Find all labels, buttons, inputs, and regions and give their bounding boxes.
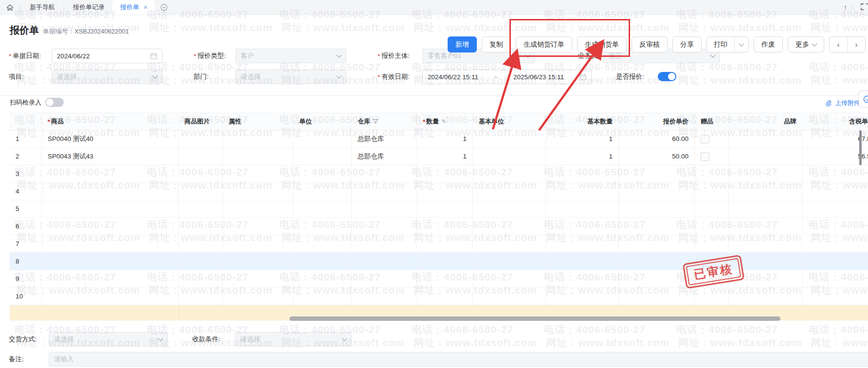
reverse-approve-button[interactable]: 反审核 [632,36,668,53]
doc-date-input[interactable]: 2024/06/22 [52,49,163,63]
watermark-text: 网址：www.tdxsoft.com [546,336,669,350]
table-row[interactable]: 10 [10,288,868,305]
table-cell [223,253,293,270]
calendar-icon [579,73,586,80]
table-cell: 4 [10,183,42,200]
table-cell [473,165,546,182]
tab-quote-active[interactable]: 报价单 × [112,0,155,15]
table-cell [223,183,293,200]
department-placeholder: 请选择 [241,72,261,81]
table-cell [42,253,179,270]
gift-checkbox[interactable] [701,135,709,143]
table-cell [473,288,546,305]
payment-terms-select[interactable]: 请选择 [235,332,352,347]
table-cell [803,235,868,252]
table-row[interactable]: 2SP0043 测试43总部仓库1150.0056.50 [10,148,868,165]
department-select[interactable]: 请选择 [235,70,346,84]
table-cell [695,148,729,165]
valid-date-start: 2024/06/22 15:11 [428,73,478,81]
table-cell: 1 [417,148,473,165]
filter-icon[interactable] [373,119,378,124]
table-cell: 总部仓库 [352,148,417,165]
table-cell [417,183,473,200]
is-quote-toggle[interactable] [658,72,676,81]
field-label: 收款条件: [192,335,220,344]
copy-button[interactable]: 复制 [482,36,511,53]
table-cell [293,218,352,235]
table-cell [473,253,546,270]
table-cell [729,288,803,305]
table-row[interactable]: 3 [10,165,868,183]
scan-input-label: 扫码枪录入 [10,98,41,107]
add-button[interactable]: 新增 [448,36,477,53]
close-tab-icon[interactable]: × [144,4,147,11]
table-cell [546,270,619,287]
delivery-method-select[interactable]: 请选择 [49,332,168,347]
field-group-valid-date: *有效日期: 2024/06/22 15:11 ~ 2025/06/23 15:… [378,70,592,84]
generate-sales-slip-button[interactable]: 生成销货单 [577,36,627,53]
share-button[interactable]: 分享 [672,36,702,53]
table-cell [546,165,619,182]
table-cell: 5 [10,200,42,217]
table-cell: 10 [10,288,42,305]
more-label: 更多 [796,40,809,49]
project-select[interactable]: 请选择 [52,70,163,84]
doc-date-value: 2024/06/22 [57,53,90,60]
prev-record-button[interactable]: ‹ [830,37,848,52]
table-cell [223,148,293,165]
items-table: *商品商品图片属性单位仓库*数量✎基本单位基本数量报价单价赠品品牌含税单价 1S… [10,113,868,320]
scan-input-toggle[interactable] [45,98,64,107]
table-row[interactable]: 6 [10,218,868,235]
table-cell [42,218,179,235]
table-cell [546,288,619,305]
void-button[interactable]: 作废 [754,36,783,53]
table-cell [729,165,803,182]
valid-date-range-input[interactable]: 2024/06/22 15:11 ~ 2025/06/23 15:11 [422,70,592,84]
chevron-down-icon [158,335,163,341]
tab-novice-guide[interactable]: 新手导航 [22,0,63,15]
history-dropdown-icon[interactable] [160,3,168,11]
field-label: 备注: [9,355,24,364]
chevron-down-icon [152,73,158,78]
print-dropdown-button[interactable] [734,37,748,52]
table-cell [352,183,417,200]
column-label: 单位 [299,117,312,126]
generate-sales-order-button[interactable]: 生成销货订单 [516,36,572,53]
table-cell [293,200,352,217]
tab-bar: 新手导航 报价单记录 报价单 × ↑ [0,0,868,15]
upload-attachment-link[interactable]: 上传附件 [825,99,860,107]
table-row[interactable]: 5 [10,200,868,218]
tab-quote-records[interactable]: 报价单记录 [65,0,112,15]
table-cell [179,253,223,270]
more-button[interactable]: 更多 [788,36,824,53]
home-icon[interactable] [0,4,19,11]
floating-helper-button[interactable] [858,90,868,108]
divider [852,4,852,11]
watermark-text: 网址：www.tdxsoft.com [811,73,868,87]
table-cell [473,218,546,235]
table-cell [293,288,352,305]
table-row[interactable]: 4 [10,183,868,200]
remark-input[interactable]: 请输入 [49,352,868,367]
table-cell [179,288,223,305]
gift-checkbox[interactable] [701,152,709,161]
vertical-scrollbar[interactable] [859,130,862,165]
print-button[interactable]: 打印 [707,37,734,52]
quote-type-select[interactable]: 客户 [235,49,346,63]
table-cell [293,235,352,252]
field-label: 单据日期: [13,52,41,60]
table-row[interactable]: 1SP0040 测试40总部仓库1160.0067.80 [10,130,868,148]
table-row[interactable]: 7 [10,235,868,253]
next-record-button[interactable]: › [848,37,865,52]
watermark-text: 电话：4006-6500-27 [809,323,868,336]
horizontal-scrollbar[interactable] [289,316,780,321]
field-group-payment: 收款条件: 请选择 [192,332,352,347]
table-cell [223,270,293,287]
table-cell [42,165,179,182]
expand-layout-icon[interactable] [860,3,868,12]
table-cell: 2 [10,148,42,165]
column-header[interactable]: 仓库 [352,113,417,130]
scroll-top-icon[interactable]: ↑ [844,3,847,11]
required-mark: * [48,118,50,125]
field-label: 交货方式: [9,335,37,344]
